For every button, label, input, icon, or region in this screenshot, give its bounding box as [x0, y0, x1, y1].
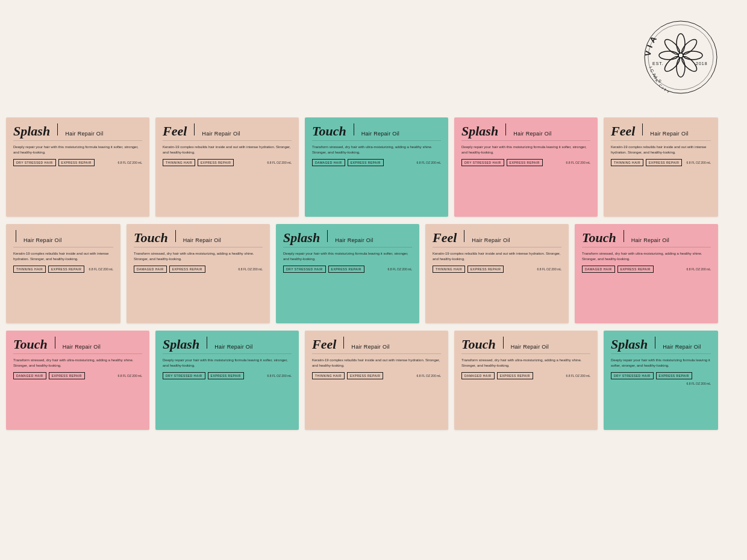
card-footer-1-2: DRY STRESSED HAIREXPRESS REPAIR6.8 FL OZ…	[283, 266, 412, 273]
card-tag1-1-1: DAMAGED HAIR	[134, 266, 167, 273]
card-tag1-0-4: THINNING HAIR	[611, 159, 643, 166]
card-tag1-2-0: DAMAGED HAIR	[13, 372, 46, 379]
svg-text:FLAVIA: FLAVIA	[636, 12, 660, 57]
card-size-2-2: 6.8 FL OZ 200 mL	[417, 374, 441, 378]
card-footer-1-3: THINNING HAIREXPRESS REPAIR6.8 FL OZ 200…	[433, 266, 561, 273]
card-product-2-1: Hair Repair Oil	[214, 344, 253, 351]
card-size-1-0: 6.8 FL OZ 200 mL	[89, 267, 113, 271]
card-size-2-4: 6.8 FL OZ 200 mL	[687, 382, 711, 385]
card-desc-1-4: Transform stressed, dry hair with ultra-…	[582, 251, 711, 262]
card-tag1-2-4: DRY STRESSED HAIR	[611, 372, 654, 379]
card-brand-2-1: Splash	[163, 338, 199, 351]
card-brand-1-4: Touch	[582, 231, 616, 244]
card-desc-1-2: Deeply repair your hair with this moistu…	[283, 251, 412, 262]
card-divider-1-0	[16, 230, 16, 242]
card-desc-0-3: Deeply repair your hair with this moistu…	[461, 145, 590, 155]
card-tag2-1-0: EXPRESS REPAIR	[48, 266, 84, 273]
label-card-1-1: TouchHair Repair OilTransform stressed, …	[127, 224, 270, 323]
label-card-0-2: TouchHair Repair OilTransform stressed, …	[305, 117, 448, 217]
card-brand-0-0: Splash	[13, 125, 50, 138]
card-top-0-4: FeelHair Repair OilKeratin-19 complex re…	[604, 117, 718, 217]
card-divider-2-0	[55, 337, 55, 349]
card-tag1-1-3: THINNING HAIR	[433, 266, 465, 273]
card-top-0-2: TouchHair Repair OilTransform stressed, …	[305, 117, 448, 217]
card-top-1-1: TouchHair Repair OilTransform stressed, …	[127, 224, 270, 323]
card-brand-0-3: Splash	[461, 125, 498, 138]
card-product-0-2: Hair Repair Oil	[361, 131, 400, 138]
card-tag2-0-3: EXPRESS REPAIR	[507, 159, 543, 166]
card-header-1-3: FeelHair Repair Oil	[433, 230, 561, 247]
card-tag2-2-4: EXPRESS REPAIR	[656, 372, 692, 379]
card-tag1-0-2: DAMAGED HAIR	[312, 159, 345, 166]
card-size-0-3: 6.8 FL OZ 200 mL	[566, 161, 590, 164]
card-desc-0-0: Deeply repair your hair with this moistu…	[13, 145, 142, 155]
card-size-0-1: 6.8 FL OZ 200 mL	[267, 161, 292, 164]
card-header-1-0: Hair Repair Oil	[13, 230, 113, 247]
card-footer-0-1: THINNING HAIREXPRESS REPAIR6.8 FL OZ 200…	[163, 159, 292, 166]
card-brand-2-2: Feel	[312, 338, 336, 351]
card-brand-1-1: Touch	[134, 231, 168, 244]
card-desc-2-0: Transform stressed, dry hair with ultra-…	[13, 358, 142, 369]
card-tag1-2-3: DAMAGED HAIR	[461, 372, 495, 379]
card-divider-0-2	[354, 123, 354, 135]
card-desc-2-3: Transform stressed, dry hair with ultra-…	[461, 358, 590, 369]
card-top-2-1: SplashHair Repair OilDeeply repair your …	[155, 331, 299, 430]
card-desc-2-1: Deeply repair your hair with this moistu…	[163, 358, 292, 369]
card-brand-1-3: Feel	[433, 231, 457, 244]
card-header-0-2: TouchHair Repair Oil	[312, 123, 441, 141]
card-brand-1-2: Splash	[283, 231, 320, 244]
card-footer-1-4: DAMAGED HAIREXPRESS REPAIR6.8 FL OZ 200 …	[582, 266, 711, 273]
card-tag1-0-0: DRY STRESSED HAIR	[13, 159, 56, 166]
card-footer-2-4: DRY STRESSED HAIREXPRESS REPAIR6.8 FL OZ…	[611, 372, 711, 385]
card-desc-2-4: Deeply repair your hair with this moistu…	[611, 358, 711, 369]
page: FLAVIA EST. 2018	[0, 0, 747, 560]
card-size-0-4: 6.8 FL OZ 200 mL	[687, 161, 711, 164]
card-product-1-3: Hair Repair Oil	[472, 237, 510, 244]
card-top-2-3: TouchHair Repair OilTransform stressed, …	[454, 331, 598, 430]
card-size-0-2: 6.8 FL OZ 200 mL	[417, 161, 441, 164]
card-tag1-1-0: THINNING HAIR	[13, 266, 46, 273]
card-header-2-4: SplashHair Repair Oil	[611, 337, 711, 354]
svg-point-7	[677, 58, 685, 77]
card-footer-2-1: DRY STRESSED HAIREXPRESS REPAIR6.8 FL OZ…	[163, 372, 292, 379]
card-tag2-0-1: EXPRESS REPAIR	[198, 159, 234, 166]
grid-row-1: Hair Repair OilKeratin-19 complex rebuil…	[6, 224, 741, 323]
card-divider-1-4	[624, 230, 624, 242]
card-desc-1-3: Keratin-19 complex rebuilds hair inside …	[433, 251, 561, 262]
card-size-1-3: 6.8 FL OZ 200 mL	[537, 267, 561, 271]
card-top-2-4: SplashHair Repair OilDeeply repair your …	[604, 331, 718, 430]
logo-circle: FLAVIA EST. 2018	[636, 12, 726, 102]
grid-row-0: SplashHair Repair OilDeeply repair your …	[6, 117, 741, 217]
grid-row-2: TouchHair Repair OilTransform stressed, …	[6, 331, 741, 430]
card-divider-0-0	[57, 123, 58, 135]
card-size-1-1: 6.8 FL OZ 200 mL	[239, 267, 263, 271]
card-brand-0-2: Touch	[312, 125, 346, 138]
label-card-0-4: FeelHair Repair OilKeratin-19 complex re…	[604, 117, 718, 217]
card-footer-2-2: THINNING HAIREXPRESS REPAIR6.8 FL OZ 200…	[312, 372, 441, 379]
card-divider-1-3	[464, 230, 464, 242]
card-product-0-4: Hair Repair Oil	[650, 131, 689, 138]
card-header-0-0: SplashHair Repair Oil	[13, 123, 142, 141]
card-size-2-3: 6.8 FL OZ 200 mL	[566, 374, 590, 378]
label-card-2-2: FeelHair Repair OilKeratin-19 complex re…	[305, 331, 448, 430]
card-footer-1-0: THINNING HAIREXPRESS REPAIR6.8 FL OZ 200…	[13, 266, 113, 273]
label-card-2-0: TouchHair Repair OilTransform stressed, …	[6, 331, 149, 430]
card-tag2-1-3: EXPRESS REPAIR	[467, 266, 504, 273]
label-card-2-4: SplashHair Repair OilDeeply repair your …	[604, 331, 718, 430]
card-divider-1-2	[327, 230, 328, 242]
card-top-0-3: SplashHair Repair OilDeeply repair your …	[454, 117, 598, 217]
card-footer-0-0: DRY STRESSED HAIREXPRESS REPAIR6.8 FL OZ…	[13, 159, 142, 166]
card-tag2-0-4: EXPRESS REPAIR	[646, 159, 682, 166]
card-footer-2-3: DAMAGED HAIREXPRESS REPAIR6.8 FL OZ 200 …	[461, 372, 590, 379]
card-desc-2-2: Keratin-19 complex rebuilds hair inside …	[312, 358, 441, 369]
svg-point-14	[645, 21, 717, 93]
card-header-0-3: SplashHair Repair Oil	[461, 123, 590, 141]
card-product-1-0: Hair Repair Oil	[23, 237, 62, 244]
card-tag2-1-2: EXPRESS REPAIR	[328, 266, 364, 273]
card-tag1-1-4: DAMAGED HAIR	[582, 266, 615, 273]
card-product-1-1: Hair Repair Oil	[183, 237, 222, 244]
label-card-2-3: TouchHair Repair OilTransform stressed, …	[454, 331, 598, 430]
card-divider-0-1	[194, 123, 195, 135]
card-divider-0-4	[642, 123, 643, 135]
card-brand-2-3: Touch	[461, 338, 496, 351]
